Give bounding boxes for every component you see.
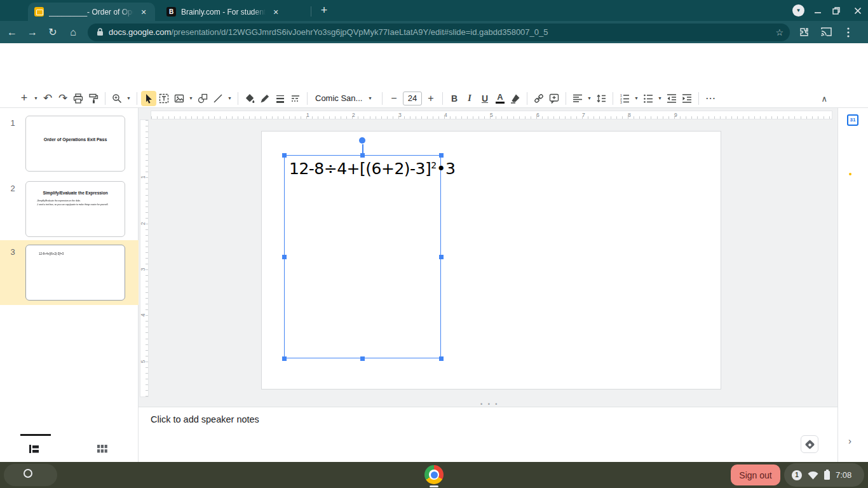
url-domain: docs.google.com: [109, 27, 171, 37]
increase-indent-button[interactable]: [679, 91, 695, 106]
slides-header: _________- Order of Operations Exit Pass…: [0, 43, 868, 89]
image-caret-icon[interactable]: ▼: [187, 91, 195, 106]
fill-color-button[interactable]: [242, 91, 257, 106]
hide-side-panel-chevron-icon[interactable]: ›: [848, 435, 851, 446]
back-icon[interactable]: ←: [4, 24, 20, 41]
selected-text-box[interactable]: [284, 155, 441, 358]
expression-base: 12-8÷4+[(6+2)-3]: [289, 159, 431, 178]
slide-thumbnail-card[interactable]: Simplify/Evaluate the Expression -Simpli…: [25, 181, 125, 237]
chrome-shelf-icon[interactable]: [424, 465, 444, 484]
resize-handle-sw[interactable]: [282, 356, 287, 361]
numbered-list-button[interactable]: 123: [617, 91, 632, 106]
status-tray[interactable]: 1 7:08: [784, 463, 864, 487]
slide-thumbnail-card[interactable]: 12-8÷4+[(6+2)-3]²•3: [25, 245, 125, 301]
align-button[interactable]: [570, 91, 585, 106]
font-family-select[interactable]: Comic San... ▼: [311, 91, 378, 106]
bulleted-list-caret-icon[interactable]: ▼: [656, 91, 664, 106]
collapse-toolbar-button[interactable]: ∧: [821, 89, 827, 108]
restore-window-button[interactable]: [830, 4, 843, 17]
slide-expression-text[interactable]: 12-8÷4+[(6+2)-3]2•3: [289, 159, 455, 178]
select-tool-button[interactable]: [141, 91, 156, 106]
decrease-indent-button[interactable]: [664, 91, 679, 106]
redo-button[interactable]: ↷: [55, 91, 71, 106]
resize-handle-s[interactable]: [360, 356, 365, 361]
insert-link-button[interactable]: [531, 91, 546, 106]
zoom-caret-icon[interactable]: ▼: [125, 91, 133, 106]
font-size-increase-button[interactable]: +: [423, 91, 438, 106]
text-color-bar: [496, 102, 505, 104]
extensions-puzzle-icon[interactable]: [796, 24, 812, 41]
font-caret-icon: ▼: [366, 91, 374, 106]
insert-image-button[interactable]: [172, 91, 187, 106]
tab-close-icon[interactable]: ✕: [139, 7, 149, 17]
explore-button[interactable]: [801, 435, 818, 453]
bulleted-list-button[interactable]: [641, 91, 656, 106]
expression-tail: •3: [437, 159, 456, 178]
thumb-expression-text: 12-8÷4+[(6+2)-3]²•3: [39, 252, 64, 255]
line-caret-icon[interactable]: ▼: [226, 91, 234, 106]
bold-button[interactable]: B: [447, 91, 462, 106]
shape-tool-button[interactable]: [195, 91, 210, 106]
grid-view-button[interactable]: [95, 442, 110, 457]
resize-handle-se[interactable]: [439, 356, 444, 361]
slide-thumbnail-3-selected[interactable]: 3 12-8÷4+[(6+2)-3]²•3: [0, 240, 139, 305]
resize-handle-nw[interactable]: [282, 153, 287, 158]
slide-thumbnail-1[interactable]: 1 Order of Operations Exit Pass: [0, 116, 139, 172]
tab-brainly[interactable]: B Brainly.com - For students. By st ✕: [160, 3, 287, 21]
more-options-button[interactable]: ⋯: [703, 91, 718, 106]
zoom-button[interactable]: [109, 91, 125, 106]
cast-icon[interactable]: [818, 24, 834, 41]
forward-icon[interactable]: →: [24, 24, 41, 41]
font-size-decrease-button[interactable]: −: [386, 91, 402, 106]
calendar-icon[interactable]: 31: [847, 114, 858, 126]
sign-out-button[interactable]: Sign out: [731, 464, 780, 485]
speaker-notes-bar: Click to add speaker notes: [139, 407, 837, 462]
url-input[interactable]: docs.google.com/presentation/d/12WGGJmrd…: [88, 24, 790, 41]
numbered-list-caret-icon[interactable]: ▼: [632, 91, 641, 106]
undo-button[interactable]: ↶: [40, 91, 55, 106]
browser-menu-icon[interactable]: [840, 24, 857, 41]
tab-slides[interactable]: _________- Order of Operations E ✕: [28, 3, 155, 21]
reload-icon[interactable]: ↻: [44, 24, 61, 41]
home-icon[interactable]: ⌂: [65, 24, 81, 41]
underline-button[interactable]: U: [477, 91, 492, 106]
slide-thumbnail-2[interactable]: 2 Simplify/Evaluate the Expression -Simp…: [0, 181, 139, 237]
close-window-button[interactable]: [851, 4, 864, 17]
line-spacing-button[interactable]: [593, 91, 609, 106]
highlight-color-button[interactable]: [508, 91, 523, 106]
minimize-button[interactable]: [811, 4, 824, 17]
new-slide-button[interactable]: +: [17, 91, 32, 106]
brainly-favicon-icon: B: [166, 7, 176, 17]
text-color-letter: A: [497, 93, 503, 101]
border-weight-button[interactable]: [273, 91, 288, 106]
text-color-button[interactable]: A: [492, 91, 508, 106]
tab-close-icon[interactable]: ✕: [271, 7, 281, 17]
browser-tab-strip: _________- Order of Operations E ✕ B Bra…: [0, 0, 868, 21]
italic-button[interactable]: I: [462, 91, 477, 106]
bookmark-star-icon[interactable]: ☆: [775, 27, 783, 37]
border-color-button[interactable]: [257, 91, 273, 106]
launcher-icon: [24, 469, 32, 478]
new-tab-button[interactable]: +: [316, 3, 332, 18]
speaker-notes-input[interactable]: Click to add speaker notes: [151, 414, 259, 424]
battery-icon: [824, 471, 830, 480]
text-box-tool-button[interactable]: [156, 91, 172, 106]
paint-format-button[interactable]: [86, 91, 101, 106]
rotation-handle[interactable]: [359, 137, 365, 144]
slide-number: 1: [0, 116, 25, 172]
filmstrip-view-button[interactable]: [26, 442, 41, 457]
line-tool-button[interactable]: [210, 91, 226, 106]
border-dash-button[interactable]: [288, 91, 303, 106]
slide-thumbnail-card[interactable]: Order of Operations Exit Pass: [25, 116, 125, 172]
align-caret-icon[interactable]: ▼: [585, 91, 593, 106]
resize-handle-w[interactable]: [282, 255, 287, 259]
tab-search-button[interactable]: ▼: [792, 4, 804, 17]
resize-handle-n[interactable]: [360, 153, 365, 158]
font-size-input[interactable]: 24: [403, 92, 422, 105]
print-button[interactable]: [71, 91, 86, 106]
resize-handle-ne[interactable]: [439, 153, 444, 158]
insert-comment-button[interactable]: [546, 91, 562, 106]
slide-number: 2: [0, 181, 25, 237]
new-slide-caret-icon[interactable]: ▼: [32, 91, 40, 106]
resize-handle-e[interactable]: [439, 255, 444, 259]
